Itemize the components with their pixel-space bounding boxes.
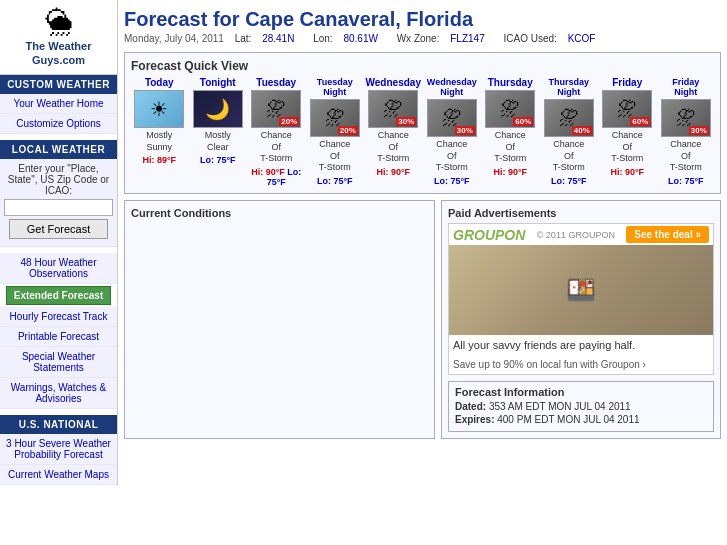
ad-header: GROUPON © 2011 GROUPON See the deal » xyxy=(449,224,713,245)
main-content: Forecast for Cape Canaveral, Florida Mon… xyxy=(118,0,727,485)
page-title: Forecast for Cape Canaveral, Florida xyxy=(124,8,721,31)
forecast-day-1: Tonight🌙Mostly ClearLo: 75°F xyxy=(190,77,247,187)
dated-row: Dated: 353 AM EDT MON JUL 04 2011 xyxy=(455,401,707,412)
chance-badge-3: 20% xyxy=(338,126,358,135)
chance-badge-9: 30% xyxy=(689,126,709,135)
printable-forecast-link[interactable]: Printable Forecast xyxy=(0,327,117,347)
day-label-1[interactable]: Tonight xyxy=(190,77,247,88)
wx-zone-info: Wx Zone: FLZ147 xyxy=(397,33,496,44)
temp-hi-2: Hi: 90°F xyxy=(251,167,285,177)
hourly-forecast-link[interactable]: Hourly Forecast Track xyxy=(0,307,117,327)
day-desc-3: Chance Of T-Storm xyxy=(307,139,364,174)
temp-hi-6: Hi: 90°F xyxy=(493,167,527,177)
day-label-5[interactable]: Wednesday Night xyxy=(424,77,481,97)
day-temps-0: Hi: 89°F xyxy=(131,155,188,165)
day-temps-5: Lo: 75°F xyxy=(424,176,481,186)
forecast-days-container: Today☀Mostly SunnyHi: 89°FTonight🌙Mostly… xyxy=(131,77,714,187)
temp-hi-4: Hi: 90°F xyxy=(376,167,410,177)
bottom-row: Current Conditions Paid Advertisements G… xyxy=(124,200,721,439)
custom-weather-header: Custom Weather xyxy=(0,75,117,94)
day-temps-9: Lo: 75°F xyxy=(658,176,715,186)
warnings-link[interactable]: Warnings, Watches & Advisories xyxy=(0,378,117,409)
forecast-day-2: Tuesday⛈20%Chance Of T-StormHi: 90°F Lo:… xyxy=(248,77,305,187)
page-header: Forecast for Cape Canaveral, Florida Mon… xyxy=(124,4,721,52)
48-hour-observations-link[interactable]: 48 Hour Weather Observations xyxy=(0,253,117,284)
day-desc-0: Mostly Sunny xyxy=(131,130,188,153)
expires-row: Expires: 400 PM EDT MON JUL 04 2011 xyxy=(455,414,707,425)
chance-badge-8: 60% xyxy=(630,117,650,126)
day-icon-8: ⛈60% xyxy=(602,90,652,128)
day-icon-2: ⛈20% xyxy=(251,90,301,128)
chance-badge-2: 20% xyxy=(279,117,299,126)
chance-badge-6: 60% xyxy=(513,117,533,126)
temp-hi-8: Hi: 90°F xyxy=(610,167,644,177)
temp-lo-1: Lo: 75°F xyxy=(200,155,236,165)
forecast-quick-view: Forecast Quick View Today☀Mostly SunnyHi… xyxy=(124,52,721,194)
day-temps-7: Lo: 75°F xyxy=(541,176,598,186)
logo-area: 🌦 The Weather Guys.com xyxy=(0,0,117,75)
day-label-2[interactable]: Tuesday xyxy=(248,77,305,88)
sidebar: 🌦 The Weather Guys.com Custom Weather Yo… xyxy=(0,0,118,485)
day-icon-3: ⛈20% xyxy=(310,99,360,137)
severe-weather-link[interactable]: 3 Hour Severe Weather Probability Foreca… xyxy=(0,434,117,465)
day-label-0[interactable]: Today xyxy=(131,77,188,88)
forecast-day-4: Wednesday⛈30%Chance Of T-StormHi: 90°F xyxy=(365,77,422,187)
extended-forecast-button[interactable]: Extended Forecast xyxy=(6,286,111,305)
see-deal-button[interactable]: See the deal » xyxy=(626,226,709,243)
day-desc-6: Chance Of T-Storm xyxy=(482,130,539,165)
day-desc-7: Chance Of T-Storm xyxy=(541,139,598,174)
day-label-8[interactable]: Friday xyxy=(599,77,656,88)
day-icon-7: ⛈40% xyxy=(544,99,594,137)
your-weather-home-link[interactable]: Your Weather Home xyxy=(0,94,117,114)
current-conditions-panel: Current Conditions xyxy=(124,200,435,439)
customize-options-link[interactable]: Customize Options xyxy=(0,114,117,134)
day-icon-9: ⛈30% xyxy=(661,99,711,137)
location-input[interactable] xyxy=(4,199,113,216)
day-temps-4: Hi: 90°F xyxy=(365,167,422,177)
day-label-3[interactable]: Tuesday Night xyxy=(307,77,364,97)
day-icon-6: ⛈60% xyxy=(485,90,535,128)
ad-subtext: Save up to 90% on local fun with Groupon… xyxy=(449,355,713,374)
get-forecast-button[interactable]: Get Forecast xyxy=(9,219,107,239)
icao-info: ICAO Used: KCOF xyxy=(504,33,604,44)
lat-info: Lat: 28.41N xyxy=(235,33,306,44)
day-desc-1: Mostly Clear xyxy=(190,130,247,153)
ad-image: 🍱 xyxy=(449,245,713,335)
forecast-meta: Monday, July 04, 2011 Lat: 28.41N Lon: 8… xyxy=(124,33,721,44)
special-weather-link[interactable]: Special Weather Statements xyxy=(0,347,117,378)
day-temps-3: Lo: 75°F xyxy=(307,176,364,186)
weather-maps-link[interactable]: Current Weather Maps xyxy=(0,465,117,485)
groupon-logo: GROUPON xyxy=(453,227,525,243)
day-label-6[interactable]: Thursday xyxy=(482,77,539,88)
forecast-info-title: Forecast Information xyxy=(455,386,707,398)
day-label-4[interactable]: Wednesday xyxy=(365,77,422,88)
temp-lo-7: Lo: 75°F xyxy=(551,176,587,186)
forecast-day-6: Thursday⛈60%Chance Of T-StormHi: 90°F xyxy=(482,77,539,187)
temp-lo-3: Lo: 75°F xyxy=(317,176,353,186)
day-desc-8: Chance Of T-Storm xyxy=(599,130,656,165)
paid-ads-panel: Paid Advertisements GROUPON © 2011 GROUP… xyxy=(441,200,721,439)
day-temps-8: Hi: 90°F xyxy=(599,167,656,177)
chance-badge-7: 40% xyxy=(572,126,592,135)
groupon-ad: GROUPON © 2011 GROUPON See the deal » 🍱 … xyxy=(448,223,714,375)
forecast-day-0: Today☀Mostly SunnyHi: 89°F xyxy=(131,77,188,187)
forecast-day-8: Friday⛈60%Chance Of T-StormHi: 90°F xyxy=(599,77,656,187)
forecast-day-7: Thursday Night⛈40%Chance Of T-StormLo: 7… xyxy=(541,77,598,187)
day-icon-1: 🌙 xyxy=(193,90,243,128)
day-temps-1: Lo: 75°F xyxy=(190,155,247,165)
logo-text: The Weather Guys.com xyxy=(4,39,113,68)
forecast-day-5: Wednesday Night⛈30%Chance Of T-StormLo: … xyxy=(424,77,481,187)
expires-value: 400 PM EDT MON JUL 04 2011 xyxy=(497,414,639,425)
ad-copyright: © 2011 GROUPON xyxy=(537,230,615,240)
paid-ads-title: Paid Advertisements xyxy=(448,207,714,219)
local-weather-header: Local Weather xyxy=(0,140,117,159)
day-desc-4: Chance Of T-Storm xyxy=(365,130,422,165)
day-label-7[interactable]: Thursday Night xyxy=(541,77,598,97)
quick-view-title: Forecast Quick View xyxy=(131,59,714,73)
day-label-9[interactable]: Friday Night xyxy=(658,77,715,97)
temp-lo-5: Lo: 75°F xyxy=(434,176,470,186)
expires-label: Expires: xyxy=(455,414,494,425)
lon-info: Lon: 80.61W xyxy=(313,33,389,44)
dated-label: Dated: xyxy=(455,401,486,412)
day-temps-2: Hi: 90°F Lo: 75°F xyxy=(248,167,305,187)
